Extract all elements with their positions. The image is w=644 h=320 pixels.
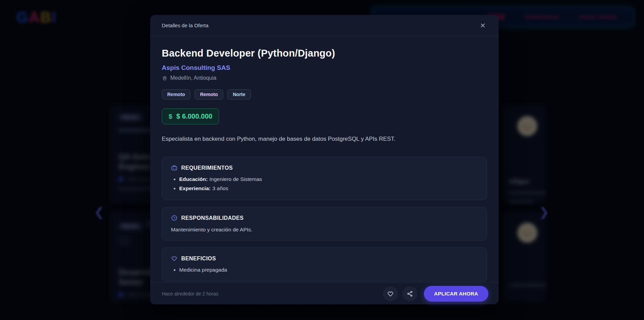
list-item: Experiencia:3 años xyxy=(179,185,478,192)
modal-footer: Hace alrededor de 2 horas APLICAR AHORA xyxy=(150,283,499,304)
requirements-list: Educación:Ingeniero de Sistemas Experien… xyxy=(179,176,478,192)
section-header: RESPONSABILIDADES xyxy=(171,215,478,221)
heart-icon xyxy=(387,290,394,297)
location-row: Medellín, Antioquia xyxy=(162,75,487,81)
job-details-modal: Detalles de la Oferta ✕ Backend Develope… xyxy=(150,15,499,304)
heart-icon xyxy=(171,255,177,262)
modal-body: Backend Developer (Python/Django) Aspis … xyxy=(150,36,499,283)
section-title: REQUERIMIENTOS xyxy=(181,165,233,171)
section-header: REQUERIMIENTOS xyxy=(171,165,478,171)
clock-icon xyxy=(171,215,177,221)
location-text: Medellín, Antioquia xyxy=(170,75,216,81)
briefcase-icon xyxy=(171,165,177,171)
share-button[interactable] xyxy=(402,286,417,301)
section-header: BENEFICIOS xyxy=(171,255,478,262)
salary-badge: $ $ 6.000.000 xyxy=(162,108,219,124)
section-title: BENEFICIOS xyxy=(181,256,216,262)
responsibilities-text: Mantenimiento y creación de APIs. xyxy=(171,227,478,233)
company-link[interactable]: Aspis Consulting SAS xyxy=(162,64,230,72)
modal-header: Detalles de la Oferta ✕ xyxy=(150,15,499,36)
dollar-icon: $ xyxy=(169,113,172,120)
tag-list: Remoto Remoto Norte xyxy=(162,89,487,100)
section-responsibilities: RESPONSABILIDADES Mantenimiento y creaci… xyxy=(162,207,487,241)
share-icon xyxy=(406,290,413,297)
tag-remoto: Remoto xyxy=(195,89,223,100)
close-icon[interactable]: ✕ xyxy=(478,21,487,30)
tag-remoto: Remoto xyxy=(162,89,190,100)
section-requirements: REQUERIMIENTOS Educación:Ingeniero de Si… xyxy=(162,157,487,200)
salary-amount: $ 6.000.000 xyxy=(176,112,213,120)
section-benefits: BENEFICIOS Medicina prepagada xyxy=(162,247,487,281)
list-item: Educación:Ingeniero de Sistemas xyxy=(179,176,478,182)
apply-button[interactable]: APLICAR AHORA xyxy=(424,286,488,302)
benefits-list: Medicina prepagada xyxy=(179,267,478,273)
posted-time: Hace alrededor de 2 horas xyxy=(162,291,218,296)
favorite-button[interactable] xyxy=(383,286,398,301)
tag-norte: Norte xyxy=(227,89,251,100)
page: GABI Contáctanos Iniciar Sesión Remoto Q… xyxy=(0,0,644,320)
list-item: Medicina prepagada xyxy=(179,267,478,273)
modal-title: Detalles de la Oferta xyxy=(162,22,209,28)
section-title: RESPONSABILIDADES xyxy=(181,215,244,221)
location-pin-icon xyxy=(162,75,168,81)
job-title: Backend Developer (Python/Django) xyxy=(162,48,487,59)
job-description: Especialista en backend con Python, mane… xyxy=(162,136,487,142)
footer-actions: APLICAR AHORA xyxy=(383,286,488,302)
